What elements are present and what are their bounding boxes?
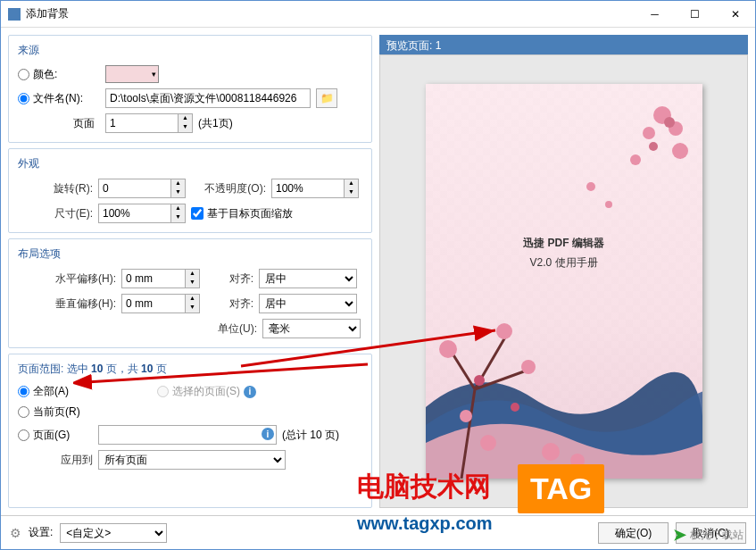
svg-point-8	[649, 142, 658, 151]
preview-label: 预览页面: 1	[379, 35, 748, 54]
selected-radio-label: 选择的页面(S) i	[157, 384, 256, 399]
rotate-label: 旋转(R):	[18, 181, 93, 196]
svg-point-17	[511, 403, 519, 412]
svg-point-13	[480, 435, 496, 451]
page-label: 页面	[18, 116, 100, 131]
current-radio[interactable]	[18, 406, 29, 418]
pages-radio-label[interactable]: 页面(G)	[18, 428, 93, 443]
file-radio[interactable]	[18, 93, 29, 104]
size-label: 尺寸(E):	[18, 206, 93, 221]
range-group: 页面范围: 选中 10 页，共 10 页 全部(A) 选择的页面(S) i	[8, 354, 372, 508]
page-total: (共1页)	[198, 116, 233, 131]
appearance-title: 外观	[18, 156, 362, 171]
source-title: 来源	[18, 43, 362, 58]
all-radio-label[interactable]: 全部(A)	[18, 384, 152, 399]
svg-point-12	[460, 410, 472, 422]
browse-button[interactable]: 📁	[316, 88, 337, 108]
flower-graphic-top	[564, 88, 698, 249]
page-preview: 迅捷 PDF 编辑器 V2.0 使用手册	[426, 84, 702, 479]
spin-down[interactable]: ▼	[178, 123, 192, 132]
svg-point-6	[605, 201, 612, 208]
cancel-button[interactable]: 取消(C)	[676, 522, 746, 544]
color-swatch[interactable]	[105, 65, 159, 83]
selected-radio	[157, 386, 169, 397]
opacity-input[interactable]	[272, 179, 344, 197]
layout-title: 布局选项	[18, 246, 362, 262]
rotate-input[interactable]	[99, 179, 170, 197]
svg-point-7	[664, 117, 675, 128]
hoff-label: 水平偏移(H):	[18, 271, 116, 287]
window-title: 添加背景	[26, 6, 635, 21]
pages-input[interactable]	[98, 425, 277, 445]
doc-text: 迅捷 PDF 编辑器 V2.0 使用手册	[426, 234, 702, 272]
ok-button[interactable]: 确定(O)	[598, 522, 669, 544]
svg-point-10	[496, 323, 512, 339]
hoff-spinner[interactable]: ▲▼	[121, 269, 200, 288]
appearance-group: 外观 旋转(R): ▲▼ 不透明度(O): ▲▼ 尺寸(E):	[8, 148, 372, 233]
svg-point-11	[521, 360, 536, 374]
align-h-label: 对齐:	[205, 271, 253, 287]
svg-point-4	[630, 154, 641, 165]
size-input[interactable]	[99, 204, 170, 222]
flower-graphic-bottom	[426, 282, 604, 479]
align-v-select[interactable]: 居中	[259, 294, 357, 313]
size-spinner[interactable]: ▲▼	[98, 204, 186, 223]
opacity-label: 不透明度(O):	[191, 181, 266, 196]
unit-label: 单位(U):	[209, 321, 257, 337]
opacity-spinner[interactable]: ▲▼	[271, 179, 359, 198]
voff-label: 垂直偏移(H):	[18, 296, 116, 312]
preview-area: 迅捷 PDF 编辑器 V2.0 使用手册	[379, 54, 748, 508]
spin-up[interactable]: ▲	[178, 114, 192, 123]
voff-input[interactable]	[122, 295, 185, 312]
align-v-label: 对齐:	[205, 296, 253, 312]
app-icon	[8, 8, 21, 21]
scale-checkbox[interactable]	[191, 207, 204, 220]
svg-point-14	[542, 443, 560, 461]
source-group: 来源 颜色: 文件名(N): 📁 页	[8, 35, 372, 143]
scale-checkbox-label[interactable]: 基于目标页面缩放	[191, 206, 293, 221]
svg-point-9	[439, 340, 457, 358]
apply-select[interactable]: 所有页面	[98, 450, 286, 470]
apply-label: 应用到	[18, 453, 93, 468]
close-button[interactable]: ✕	[715, 1, 755, 27]
maximize-button[interactable]: ☐	[675, 1, 715, 27]
unit-select[interactable]: 毫米	[262, 319, 361, 338]
settings-select[interactable]: <自定义>	[60, 523, 167, 543]
svg-point-3	[672, 143, 688, 159]
pages-total: (总计 10 页)	[282, 428, 339, 443]
pages-radio[interactable]	[18, 429, 29, 441]
range-title: 页面范围: 选中 10 页，共 10 页	[18, 362, 362, 377]
color-radio[interactable]	[18, 69, 29, 80]
svg-point-16	[474, 375, 485, 386]
all-radio[interactable]	[18, 386, 29, 397]
voff-spinner[interactable]: ▲▼	[121, 294, 200, 313]
page-spinner[interactable]: ▲▼	[105, 113, 193, 133]
page-input[interactable]	[106, 114, 178, 132]
svg-point-2	[643, 127, 655, 139]
rotate-spinner[interactable]: ▲▼	[98, 179, 186, 198]
hoff-input[interactable]	[122, 270, 185, 288]
info-icon: i	[244, 386, 256, 398]
current-radio-label[interactable]: 当前页(R)	[18, 404, 80, 420]
minimize-button[interactable]: ─	[635, 1, 675, 27]
settings-label: 设置:	[29, 525, 53, 540]
file-path-input[interactable]	[105, 88, 311, 108]
color-radio-label[interactable]: 颜色:	[18, 67, 100, 82]
svg-point-5	[586, 182, 595, 191]
align-h-select[interactable]: 居中	[259, 269, 357, 288]
watermark-tag: TAG	[518, 464, 604, 513]
gear-icon: ⚙	[10, 526, 21, 540]
file-radio-label[interactable]: 文件名(N):	[18, 91, 100, 106]
layout-group: 布局选项 水平偏移(H): ▲▼ 对齐: 居中 垂直偏移(H): ▲▼	[8, 238, 372, 348]
info-icon: i	[262, 428, 274, 440]
